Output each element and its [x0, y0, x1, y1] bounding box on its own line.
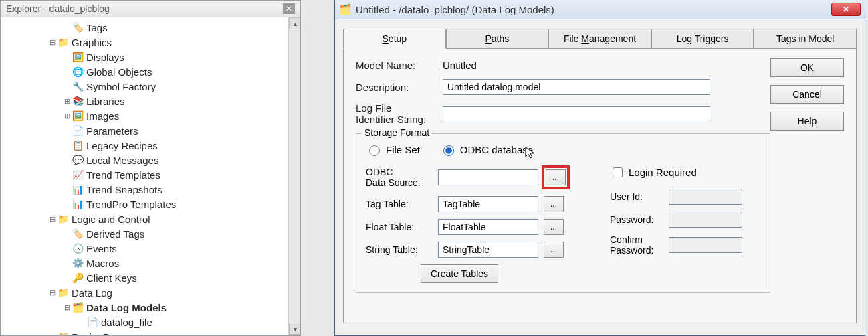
tab-content-setup: OK Cancel Help Model Name: Untitled Desc… — [343, 49, 857, 323]
user-id-label: User Id: — [610, 191, 663, 202]
scroll-down-icon[interactable]: ▾ — [289, 323, 300, 335]
tree-datalog-file-icon: 📄 — [86, 317, 98, 327]
tree-client-keys[interactable]: ⋯🔑Client Keys — [1, 270, 300, 285]
browse-highlight: ... — [542, 165, 570, 189]
explorer-titlebar: Explorer - datalo_plcblog ✕ — [1, 1, 300, 17]
tree-logic-control[interactable]: ⊟📁Logic and Control — [1, 212, 300, 226]
log-file-id-input[interactable] — [443, 106, 710, 122]
datalog-dialog: 🗂️ Untitled - /datalo_plcblog/ (Data Log… — [334, 0, 865, 336]
tree-macros[interactable]: ⋯⚙️Macros — [1, 256, 300, 270]
storage-format-group: Storage Format File Set ODBC database OD… — [356, 133, 770, 293]
radio-fileset-input[interactable] — [369, 145, 380, 156]
tree-scrollbar[interactable]: ▴ ▾ — [288, 17, 300, 335]
tree-legacy-recipes-icon: 📋 — [72, 140, 84, 151]
tree-local-messages[interactable]: ⋯💬Local Messages — [1, 153, 300, 167]
tab-log-triggers[interactable]: Log Triggers — [651, 29, 754, 49]
explorer-panel: Explorer - datalo_plcblog ✕ ⋯🏷️Tags⊟📁Gra… — [0, 0, 301, 336]
storage-left-column: ODBC Data Source: ... Tag Table: ... — [366, 165, 570, 283]
tree-recipepro-icon: 📁 — [57, 331, 69, 335]
radio-odbc[interactable]: ODBC database — [440, 143, 533, 156]
tag-table-browse-button[interactable]: ... — [544, 196, 564, 212]
tree-view: ⋯🏷️Tags⊟📁Graphics⋯🖼️Displays⋯🌐Global Obj… — [1, 17, 300, 335]
confirm-password-input[interactable] — [669, 237, 742, 253]
tree-libraries[interactable]: ⊞📚Libraries — [1, 94, 300, 108]
tree-parameters[interactable]: ⋯📄Parameters — [1, 123, 300, 138]
tag-table-label: Tag Table: — [366, 199, 433, 209]
tag-table-input[interactable] — [438, 196, 538, 212]
tree-logic-control-label: Logic and Control — [72, 214, 150, 225]
dialog-close-button[interactable]: ✕ — [831, 3, 861, 16]
radio-fileset[interactable]: File Set — [366, 143, 420, 156]
expander-icon[interactable]: ⊟ — [47, 288, 57, 297]
help-button[interactable]: Help — [770, 112, 844, 131]
tree-graphics[interactable]: ⊟📁Graphics — [1, 35, 300, 50]
tree-trend-templates[interactable]: ⋯📈Trend Templates — [1, 167, 300, 182]
tree-global-objects[interactable]: ⋯🌐Global Objects — [1, 64, 300, 79]
odbc-source-label: ODBC Data Source: — [366, 167, 433, 188]
tree-derived-tags-label: Derived Tags — [86, 228, 144, 240]
string-table-label: String Table: — [366, 244, 433, 255]
expander-icon[interactable]: ⊟ — [47, 38, 57, 47]
tree-trendpro-templates-icon: 📊 — [72, 199, 84, 209]
tree-trend-templates-icon: 📈 — [72, 169, 84, 180]
expander-icon[interactable]: ⊟ — [47, 215, 57, 224]
tab-setup[interactable]: Setup — [343, 29, 446, 49]
login-required-checkbox[interactable]: Login Required — [610, 165, 742, 179]
expander-icon[interactable]: ⊟ — [47, 333, 57, 335]
string-table-input[interactable] — [438, 242, 538, 258]
tree-tags[interactable]: ⋯🏷️Tags — [1, 20, 300, 35]
tree-recipepro-label: RecipePro+ — [72, 331, 124, 335]
tree-data-log-label: Data Log — [72, 287, 112, 299]
tree-global-objects-icon: 🌐 — [72, 66, 84, 77]
odbc-source-browse-button[interactable]: ... — [546, 169, 566, 185]
tree-parameters-label: Parameters — [86, 125, 138, 137]
user-id-input[interactable] — [669, 189, 742, 205]
tree-trend-snapshots-icon: 📊 — [72, 184, 84, 195]
scroll-up-icon[interactable]: ▴ — [289, 17, 300, 29]
tab-file-management[interactable]: File Management — [548, 29, 651, 49]
explorer-close-button[interactable]: ✕ — [283, 3, 295, 14]
tab-tags-in-model[interactable]: Tags in Model — [754, 29, 857, 49]
tree-events[interactable]: ⋯🕓Events — [1, 241, 300, 256]
tree-legacy-recipes-label: Legacy Recipes — [86, 140, 158, 151]
tree-datalog-file[interactable]: ⋯📄datalog_file — [1, 315, 300, 329]
tree-trend-snapshots[interactable]: ⋯📊Trend Snapshots — [1, 182, 300, 197]
create-tables-button[interactable]: Create Tables — [421, 264, 498, 283]
tree-legacy-recipes[interactable]: ⋯📋Legacy Recipes — [1, 138, 300, 153]
tree-trend-snapshots-label: Trend Snapshots — [86, 184, 162, 195]
tree-derived-tags[interactable]: ⋯🏷️Derived Tags — [1, 226, 300, 241]
tree-graphics-icon: 📁 — [57, 37, 69, 48]
tree-images-label: Images — [86, 110, 119, 122]
expander-icon[interactable]: ⊟ — [62, 303, 72, 312]
tree-data-log-icon: 📁 — [57, 287, 69, 298]
tree-images[interactable]: ⊞🖼️Images — [1, 108, 300, 123]
password-input[interactable] — [669, 212, 742, 228]
tree-displays[interactable]: ⋯🖼️Displays — [1, 50, 300, 64]
float-table-label: Float Table: — [366, 222, 433, 232]
expander-icon[interactable]: ⊞ — [62, 97, 72, 106]
float-table-input[interactable] — [438, 219, 538, 235]
tree-local-messages-label: Local Messages — [86, 155, 158, 166]
dialog-titlebar[interactable]: 🗂️ Untitled - /datalo_plcblog/ (Data Log… — [335, 0, 865, 19]
tree-data-log-models[interactable]: ⊟🗂️Data Log Models — [1, 300, 300, 315]
tree-parameters-icon: 📄 — [72, 125, 84, 136]
ok-button[interactable]: OK — [770, 58, 844, 77]
description-input[interactable] — [443, 79, 710, 95]
cancel-button[interactable]: Cancel — [770, 85, 844, 104]
tree-recipepro[interactable]: ⊟📁RecipePro+ — [1, 329, 300, 335]
expander-icon[interactable]: ⊞ — [62, 112, 72, 120]
tree-libraries-label: Libraries — [86, 96, 125, 107]
tree-trendpro-templates[interactable]: ⋯📊TrendPro Templates — [1, 197, 300, 212]
tree-global-objects-label: Global Objects — [86, 66, 152, 78]
tree-symbol-factory[interactable]: ⋯🔧Symbol Factory — [1, 79, 300, 94]
tree-logic-control-icon: 📁 — [57, 214, 69, 224]
tree-data-log[interactable]: ⊟📁Data Log — [1, 285, 300, 300]
tree-macros-icon: ⚙️ — [72, 258, 84, 268]
tree-trend-templates-label: Trend Templates — [86, 169, 160, 181]
radio-odbc-input[interactable] — [443, 145, 454, 156]
tab-paths[interactable]: Paths — [446, 29, 549, 49]
float-table-browse-button[interactable]: ... — [544, 219, 564, 235]
odbc-source-input[interactable] — [438, 169, 538, 185]
string-table-browse-button[interactable]: ... — [544, 242, 564, 258]
login-required-input[interactable] — [613, 167, 623, 177]
